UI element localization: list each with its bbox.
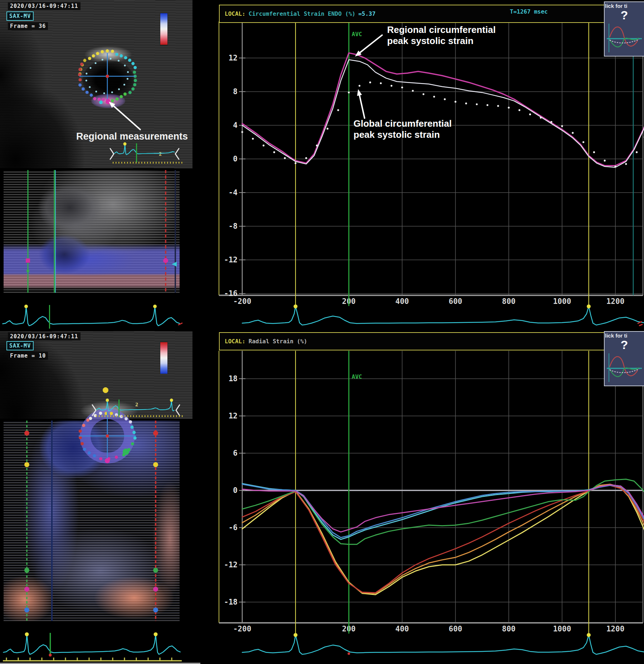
avc-marker-label-bottom: AVC (352, 373, 362, 380)
annotation-global-line2: peak systolic strain (353, 129, 452, 140)
svg-text:800: 800 (502, 297, 516, 306)
svg-text:-200: -200 (233, 297, 252, 306)
annotation-global: Global circumferential peak systolic str… (353, 118, 452, 140)
svg-text:0: 0 (233, 155, 238, 163)
cursor-time-readout: T=1267 msec (510, 8, 548, 15)
help-mini-chart (605, 352, 643, 384)
svg-text:0: 0 (233, 486, 238, 495)
svg-text:-18: -18 (224, 598, 238, 606)
svg-text:4: 4 (233, 121, 238, 130)
svg-text:1200: 1200 (606, 297, 625, 306)
svg-text:800: 800 (502, 625, 516, 633)
help-mini-chart (605, 22, 643, 54)
svg-text:-12: -12 (224, 256, 238, 264)
svg-text:1200: 1200 (606, 625, 625, 633)
help-tips-button-bottom[interactable]: lick for ti ? (604, 331, 644, 386)
svg-text:18: 18 (229, 374, 238, 383)
svg-text:600: 600 (449, 625, 462, 633)
svg-text:6: 6 (233, 449, 238, 457)
question-mark-icon: ? (605, 338, 644, 352)
avc-marker-label-top: AVC (352, 31, 362, 38)
bottom-chart-title: Radial Strain (%) (249, 338, 307, 345)
svg-text:-16: -16 (224, 289, 238, 298)
svg-text:8: 8 (233, 87, 238, 96)
question-mark-icon: ? (605, 8, 644, 22)
svg-text:-4: -4 (229, 188, 238, 197)
help-tips-button-top[interactable]: lick for ti ? (604, 1, 644, 57)
svg-text:600: 600 (449, 297, 462, 306)
svg-text:12: 12 (229, 412, 238, 420)
svg-text:400: 400 (395, 297, 409, 306)
annotation-regional: Regional circumferential peak systolic s… (387, 24, 496, 46)
svg-text:1000: 1000 (553, 625, 571, 633)
circumferential-strain-chart[interactable]: 12840-4-8-12-16-20020040060080010001200 (200, 0, 644, 331)
bottom-chart-titlebar: LOCAL: Radial Strain (%) (219, 332, 644, 350)
annotation-global-line1: Global circumferential (353, 118, 452, 129)
svg-text:-12: -12 (224, 561, 238, 569)
svg-text:-200: -200 (233, 625, 252, 633)
strain-analysis-screen: 2020/03/16-09:47:11 SAX-MV Frame = 36 Re… (0, 0, 644, 664)
svg-text:12: 12 (229, 54, 238, 62)
svg-text:-6: -6 (229, 523, 238, 532)
radial-strain-chart[interactable]: 181260-6-12-18-20020040060080010001200 (200, 331, 644, 664)
top-chart-title: Circumferential Strain ENDO (%) (249, 10, 356, 17)
strain-readout-value: =5.37 (358, 10, 375, 17)
annotation-regional-line2: peak systolic strain (387, 35, 496, 47)
svg-text:400: 400 (395, 625, 409, 633)
svg-text:-8: -8 (229, 222, 238, 231)
local-label: LOCAL: (225, 338, 245, 345)
annotation-regional-line1: Regional circumferential (387, 24, 496, 35)
left-overlays-layer (0, 0, 200, 664)
local-label: LOCAL: (225, 10, 245, 17)
top-chart-titlebar: LOCAL: Circumferential Strain ENDO (%) =… (219, 5, 644, 23)
svg-text:1000: 1000 (553, 297, 571, 306)
